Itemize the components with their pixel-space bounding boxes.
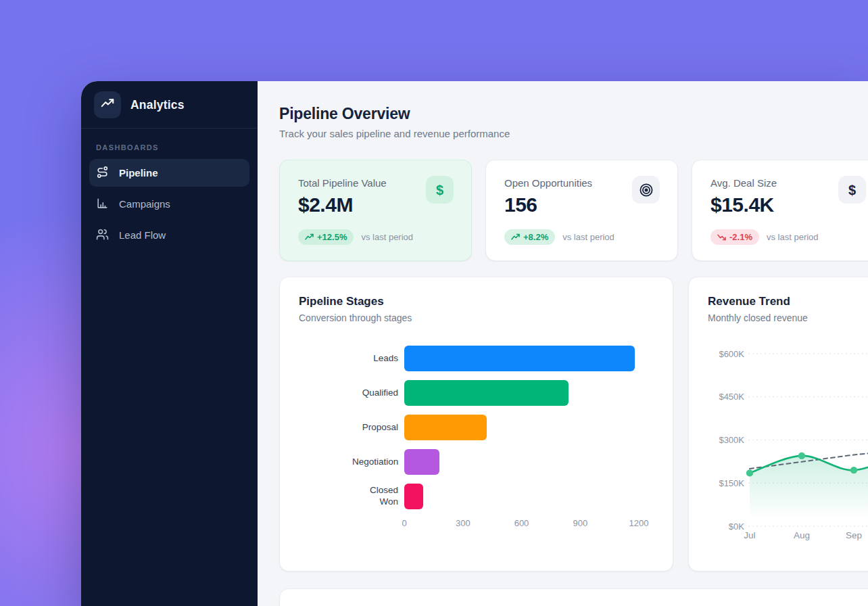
page-title: Pipeline Overview <box>279 105 868 123</box>
bar <box>404 449 439 475</box>
kpi-card-avg-deal-size: Avg. Deal Size $15.4K -2.1% vs last peri… <box>692 160 868 261</box>
target-icon <box>632 176 660 204</box>
sidebar-item-pipeline[interactable]: Pipeline <box>89 159 249 187</box>
bar <box>404 484 423 509</box>
svg-text:Sep: Sep <box>846 530 862 540</box>
kpi-card-open-opportunities: Open Opportunities 156 +8.2% vs last per… <box>485 160 678 261</box>
bar <box>404 415 487 440</box>
chart-title: Revenue Trend <box>708 295 868 308</box>
x-tick-label: 900 <box>573 518 587 528</box>
svg-text:$0K: $0K <box>729 521 744 532</box>
revenue-trend-card: Revenue Trend Monthly closed revenue $0K… <box>688 277 868 572</box>
x-tick-label: 1200 <box>629 518 649 528</box>
analytics-logo <box>94 91 121 118</box>
bar <box>404 346 635 371</box>
bar-row: Leads <box>299 346 654 371</box>
bar-category-label: Closed Won <box>299 485 404 508</box>
chart-subtitle: Monthly closed revenue <box>708 312 868 323</box>
bar-row: Proposal <box>299 415 654 440</box>
svg-text:$600K: $600K <box>719 349 744 359</box>
sidebar: Analytics DASHBOARDS Pipeline Cam <box>81 81 258 606</box>
bottom-card <box>279 588 868 606</box>
compare-label: vs last period <box>361 232 413 242</box>
trending-up-icon <box>305 233 314 241</box>
bar-row: Closed Won <box>299 484 654 509</box>
compare-label: vs last period <box>767 232 819 242</box>
change-badge: -2.1% <box>710 229 759 245</box>
x-axis: 03006009001200 <box>404 518 654 532</box>
main-content: Pipeline Overview Track your sales pipel… <box>258 81 868 606</box>
svg-text:Aug: Aug <box>794 530 810 540</box>
x-tick-label: 300 <box>456 518 471 528</box>
kpi-card-total-pipeline-value: Total Pipeline Value $2.4M +12.5% vs las… <box>279 160 472 261</box>
trending-up-icon <box>511 233 520 241</box>
bar-row: Qualified <box>299 380 654 406</box>
charts-row: Pipeline Stages Conversion through stage… <box>279 277 868 572</box>
dollar-icon: $ <box>838 176 866 204</box>
bar-category-label: Qualified <box>299 388 404 399</box>
page-subtitle: Track your sales pipeline and revenue pe… <box>279 128 868 139</box>
kpi-row: Total Pipeline Value $2.4M +12.5% vs las… <box>279 160 868 261</box>
sidebar-item-campaigns[interactable]: Campaigns <box>89 190 249 218</box>
sidebar-nav: DASHBOARDS Pipeline Campaigns <box>81 129 258 252</box>
bar-row: Negotiation <box>299 449 654 475</box>
sidebar-item-label: Campaigns <box>119 198 170 210</box>
trending-down-icon <box>717 233 726 241</box>
bar-category-label: Leads <box>299 353 404 365</box>
svg-text:$150K: $150K <box>719 478 744 488</box>
svg-text:Jul: Jul <box>744 530 755 540</box>
pipeline-stages-bar-chart: LeadsQualifiedProposalNegotiationClosed … <box>299 346 654 532</box>
trending-up-icon <box>100 96 115 114</box>
chart-subtitle: Conversion through stages <box>299 312 654 323</box>
sidebar-item-lead-flow[interactable]: Lead Flow <box>89 221 249 249</box>
svg-text:$450K: $450K <box>719 392 744 402</box>
sidebar-item-label: Lead Flow <box>119 229 166 241</box>
app-title: Analytics <box>130 98 185 112</box>
svg-text:$300K: $300K <box>719 435 744 445</box>
compare-label: vs last period <box>562 232 614 242</box>
change-badge: +12.5% <box>298 229 354 245</box>
x-tick-label: 0 <box>402 518 406 528</box>
bar <box>404 380 569 406</box>
bar-category-label: Negotiation <box>299 457 404 468</box>
users-icon <box>96 228 109 243</box>
pipeline-stages-card: Pipeline Stages Conversion through stage… <box>279 277 673 572</box>
pipeline-route-icon <box>96 166 109 181</box>
bar-chart-icon <box>96 197 109 212</box>
app-window: Analytics DASHBOARDS Pipeline Cam <box>81 81 868 606</box>
bar-category-label: Proposal <box>299 422 404 434</box>
dollar-icon: $ <box>426 176 454 204</box>
sidebar-section-label: DASHBOARDS <box>96 143 243 152</box>
change-badge: +8.2% <box>504 229 555 245</box>
x-tick-label: 600 <box>514 518 529 528</box>
chart-title: Pipeline Stages <box>299 295 654 308</box>
sidebar-item-label: Pipeline <box>119 167 158 179</box>
sidebar-header: Analytics <box>81 81 258 128</box>
